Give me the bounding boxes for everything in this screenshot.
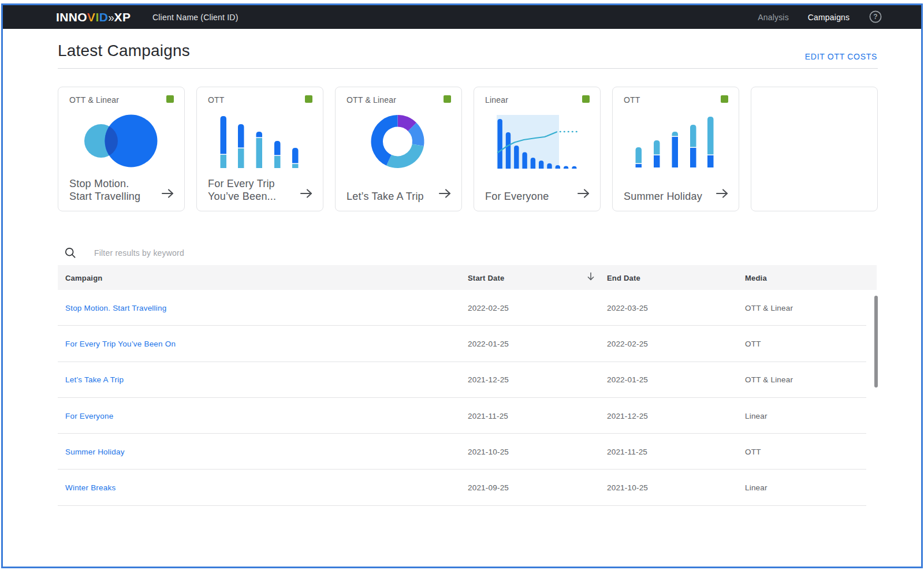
card-title-line: For Every Trip	[208, 177, 276, 190]
card-title[interactable]: Stop Motion.Start Travelling	[69, 177, 140, 203]
card-chart	[197, 113, 323, 177]
media-cell: OTT & Linear	[745, 375, 793, 384]
search-icon	[65, 247, 76, 261]
start-date-cell: 2021-09-25	[468, 483, 509, 492]
status-dot	[444, 95, 451, 103]
campaign-card[interactable]: OTT For Every TripYou’ve Been...	[196, 87, 323, 211]
start-date-cell: 2022-01-25	[468, 339, 509, 348]
campaign-card[interactable]: OTT & Linear Stop Motion.Start Travellin…	[58, 87, 185, 211]
card-title[interactable]: For Everyone	[485, 190, 549, 203]
table-row: Let’s Take A Trip 2021-12-25 2022-01-25 …	[58, 362, 866, 398]
media-cell: OTT	[745, 447, 761, 456]
media-cell: OTT & Linear	[745, 303, 793, 312]
card-media-label: OTT & Linear	[69, 95, 119, 105]
end-date-cell: 2022-02-25	[607, 339, 648, 348]
table-row: For Every Trip You’ve Been On 2022-01-25…	[58, 326, 866, 362]
card-chart	[474, 113, 600, 177]
campaign-link[interactable]: For Every Trip You’ve Been On	[65, 339, 176, 348]
start-date-cell: 2021-10-25	[468, 447, 509, 456]
media-cell: OTT	[745, 339, 761, 348]
sort-descending-icon[interactable]	[587, 272, 595, 284]
table-body: Stop Motion. Start Travelling 2022-02-25…	[58, 290, 866, 506]
start-date-cell: 2022-02-25	[468, 303, 509, 312]
card-title-line: Start Travelling	[69, 190, 140, 203]
status-dot	[166, 95, 174, 103]
table-row: Summer Holiday 2021-10-25 2021-11-25 OTT	[58, 434, 866, 470]
top-navbar: INNOVID»XP Client Name (Client ID) Analy…	[3, 5, 921, 29]
empty-card[interactable]	[751, 87, 878, 211]
campaign-link[interactable]: Winter Breaks	[65, 483, 116, 492]
campaign-cards-row: OTT & Linear Stop Motion.Start Travellin…	[58, 87, 878, 211]
card-chart	[336, 113, 461, 177]
column-header-start-date[interactable]: Start Date	[468, 273, 504, 282]
card-chart	[58, 113, 184, 177]
table-row: For Everyone 2021-11-25 2021-12-25 Linea…	[58, 398, 866, 434]
card-media-label: OTT	[208, 95, 225, 105]
card-title[interactable]: Let’s Take A Trip	[346, 190, 424, 203]
column-header-media[interactable]: Media	[745, 273, 767, 282]
arrow-right-icon[interactable]	[161, 188, 174, 201]
app-window: INNOVID»XP Client Name (Client ID) Analy…	[1, 3, 923, 568]
arrow-right-icon[interactable]	[577, 188, 590, 201]
campaign-link[interactable]: Stop Motion. Start Travelling	[65, 303, 166, 312]
page-title: Latest Campaigns	[58, 42, 190, 60]
campaign-card[interactable]: Linear For Everyone	[474, 87, 601, 211]
arrow-right-icon[interactable]	[716, 188, 729, 201]
status-dot	[305, 95, 312, 103]
media-cell: Linear	[745, 411, 767, 420]
card-title-line: Summer Holiday	[624, 190, 702, 203]
innovid-xp-logo[interactable]: INNOVID»XP	[56, 10, 131, 24]
logo-d: D	[99, 10, 109, 24]
end-date-cell: 2022-03-25	[607, 303, 648, 312]
card-media-label: OTT	[624, 95, 640, 105]
card-title-line: Stop Motion.	[69, 177, 140, 190]
start-date-cell: 2021-12-25	[468, 375, 509, 384]
start-date-cell: 2021-11-25	[468, 411, 508, 420]
campaign-card[interactable]: OTT & Linear Let’s Take A Trip	[335, 87, 462, 211]
logo-inno: INNO	[56, 10, 87, 24]
card-title[interactable]: For Every TripYou’ve Been...	[208, 177, 276, 203]
column-header-end-date[interactable]: End Date	[607, 273, 640, 282]
nav-item-analysis[interactable]: Analysis	[758, 13, 789, 22]
edit-ott-costs-link[interactable]: EDIT OTT COSTS	[805, 52, 877, 61]
card-title[interactable]: Summer Holiday	[624, 190, 702, 203]
logo-v: V	[87, 10, 95, 24]
help-icon[interactable]: ?	[869, 10, 882, 23]
status-dot	[582, 95, 590, 103]
svg-text:?: ?	[873, 13, 877, 21]
column-header-campaign[interactable]: Campaign	[65, 273, 102, 282]
end-date-cell: 2021-10-25	[607, 483, 648, 492]
status-dot	[721, 95, 728, 103]
card-chart	[613, 113, 739, 177]
card-media-label: OTT & Linear	[346, 95, 396, 105]
filter-bar	[58, 244, 878, 262]
filter-keyword-input[interactable]	[94, 244, 845, 262]
card-media-label: Linear	[485, 95, 508, 105]
table-header: Campaign Start Date End Date Media	[58, 265, 877, 290]
table-scrollbar-thumb[interactable]	[874, 296, 878, 388]
logo-xp: XP	[114, 10, 131, 24]
client-name-label: Client Name (Client ID)	[152, 13, 239, 22]
campaign-link[interactable]: Summer Holiday	[65, 447, 125, 456]
campaign-link[interactable]: For Everyone	[65, 411, 113, 420]
end-date-cell: 2021-11-25	[607, 447, 647, 456]
end-date-cell: 2022-01-25	[607, 375, 648, 384]
end-date-cell: 2021-12-25	[607, 411, 648, 420]
card-title-line: You’ve Been...	[208, 190, 276, 203]
campaign-link[interactable]: Let’s Take A Trip	[65, 375, 124, 384]
title-divider	[58, 68, 878, 69]
nav-item-campaigns[interactable]: Campaigns	[808, 13, 850, 22]
table-row: Winter Breaks 2021-09-25 2021-10-25 Line…	[58, 470, 866, 505]
arrow-right-icon[interactable]	[438, 188, 452, 201]
table-row: Stop Motion. Start Travelling 2022-02-25…	[58, 290, 866, 326]
card-title-line: For Everyone	[485, 190, 549, 203]
card-title-line: Let’s Take A Trip	[346, 190, 424, 203]
arrow-right-icon[interactable]	[300, 188, 313, 201]
media-cell: Linear	[745, 483, 767, 492]
campaign-card[interactable]: OTT Summer Holiday	[612, 87, 739, 211]
